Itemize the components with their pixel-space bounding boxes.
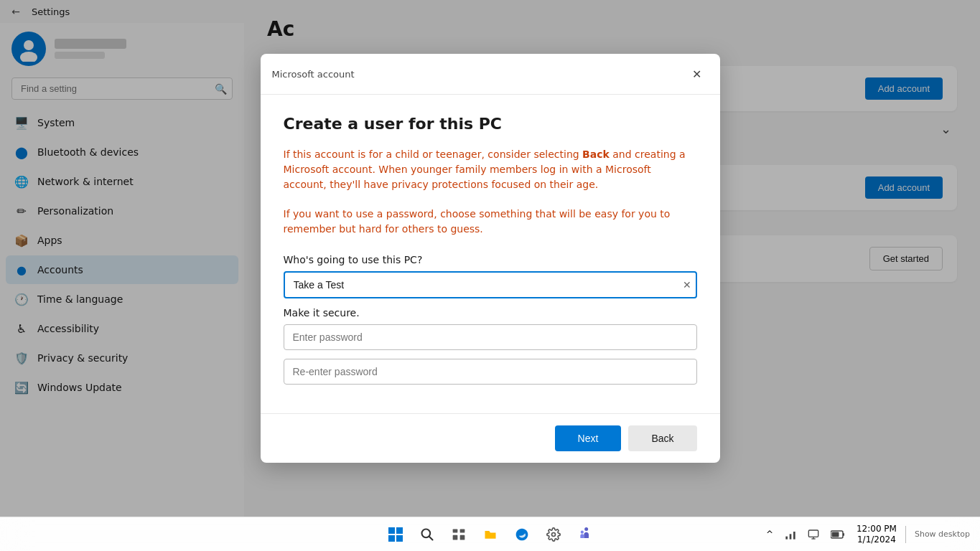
svg-rect-22 <box>831 532 839 537</box>
system-time: 12:00 PM <box>857 524 897 534</box>
password-input-wrap <box>284 324 697 350</box>
svg-rect-21 <box>843 533 844 536</box>
username-input[interactable] <box>284 271 697 298</box>
svg-rect-9 <box>459 529 465 532</box>
system-tray-battery[interactable] <box>826 527 849 542</box>
system-tray-display[interactable] <box>803 526 823 543</box>
modal-close-button[interactable]: ✕ <box>686 62 709 85</box>
taskbar-taskview[interactable] <box>444 520 473 549</box>
svg-rect-2 <box>388 527 395 534</box>
svg-rect-4 <box>388 535 395 542</box>
system-tray-chevron[interactable]: ^ <box>762 527 778 542</box>
taskbar-search[interactable] <box>413 520 442 549</box>
taskbar-right: ^ 12:00 PM 1/1/2024 Show desktop <box>762 521 974 547</box>
svg-rect-16 <box>793 532 795 540</box>
show-desktop-button[interactable]: Show desktop <box>910 527 974 542</box>
modal-titlebar: Microsoft account ✕ <box>261 54 720 95</box>
warning-text-1: If this account is for a child or teenag… <box>284 149 583 160</box>
password-input[interactable] <box>284 324 697 350</box>
taskbar-settings-icon[interactable] <box>539 520 568 549</box>
back-button-modal[interactable]: Back <box>628 425 696 451</box>
modal-info: If you want to use a password, choose so… <box>284 207 697 237</box>
username-input-wrap: ✕ <box>284 271 697 298</box>
taskbar-center <box>381 520 599 549</box>
svg-point-13 <box>580 530 583 533</box>
modal-title-text: Microsoft account <box>272 69 355 80</box>
svg-rect-5 <box>396 535 403 542</box>
taskbar-start[interactable] <box>381 520 410 549</box>
microsoft-account-modal: Microsoft account ✕ Create a user for th… <box>261 54 720 463</box>
modal-body: Create a user for this PC If this accoun… <box>261 95 720 413</box>
svg-rect-15 <box>790 534 792 539</box>
system-date: 1/1/2024 <box>857 534 896 545</box>
taskbar-teams[interactable] <box>571 520 599 549</box>
svg-rect-8 <box>452 529 457 532</box>
svg-rect-3 <box>396 527 403 534</box>
taskbar: ^ 12:00 PM 1/1/2024 Show desktop <box>0 517 980 551</box>
modal-footer: Next Back <box>261 413 720 463</box>
clear-username-button[interactable]: ✕ <box>683 279 691 291</box>
svg-rect-14 <box>785 536 788 539</box>
username-label: Who's going to use this PC? <box>284 254 697 265</box>
password-section-label: Make it secure. <box>284 307 697 319</box>
warning-bold: Back <box>582 149 610 160</box>
taskbar-divider <box>905 526 906 543</box>
svg-point-12 <box>551 532 555 536</box>
svg-rect-10 <box>452 534 457 540</box>
next-button[interactable]: Next <box>555 425 622 451</box>
svg-rect-17 <box>808 530 818 537</box>
modal-overlay: Microsoft account ✕ Create a user for th… <box>0 0 980 517</box>
confirm-password-input[interactable] <box>284 359 697 385</box>
svg-line-7 <box>429 536 432 540</box>
taskbar-files[interactable] <box>476 520 505 549</box>
system-clock[interactable]: 12:00 PM 1/1/2024 <box>852 521 901 547</box>
taskbar-edge[interactable] <box>508 520 536 549</box>
modal-warning: If this account is for a child or teenag… <box>284 147 697 192</box>
modal-heading: Create a user for this PC <box>284 115 697 133</box>
system-tray-network[interactable] <box>780 526 801 543</box>
confirm-password-wrap <box>284 359 697 385</box>
svg-rect-11 <box>459 534 465 540</box>
